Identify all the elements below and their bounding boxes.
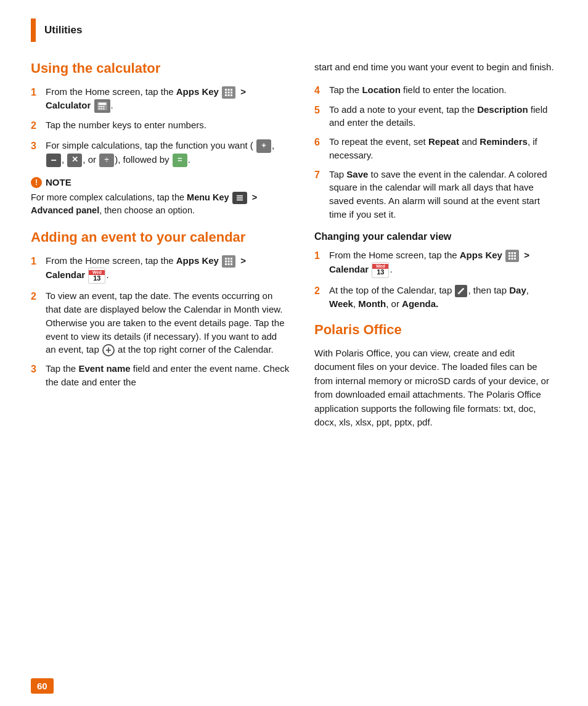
divide-icon: ÷ <box>99 154 114 167</box>
svg-rect-18 <box>237 197 243 199</box>
left-column: Using the calculator 1 From the Home scr… <box>31 60 290 430</box>
header-accent-bar <box>31 18 36 42</box>
note-icon: ! <box>31 177 42 188</box>
step-text: To view an event, tap the date. The even… <box>46 289 290 356</box>
svg-rect-16 <box>102 109 104 110</box>
polaris-section: Polaris Office With Polaris Office, you … <box>314 322 557 430</box>
pencil-icon <box>455 285 467 297</box>
calendar-steps: 1 From the Home screen, tap the Apps Key… <box>31 254 290 389</box>
step-text: Tap the Location field to enter the loca… <box>329 83 507 97</box>
minus-icon: − <box>46 154 61 167</box>
svg-rect-29 <box>508 252 510 254</box>
step-text: Tap Save to save the event in the calend… <box>329 168 557 221</box>
calc-step-2: 2 Tap the number keys to enter numbers. <box>31 118 290 133</box>
svg-rect-1 <box>228 89 230 91</box>
svg-rect-11 <box>98 106 100 107</box>
gt-symbol: > <box>240 86 246 97</box>
svg-rect-27 <box>228 263 230 265</box>
svg-rect-37 <box>514 258 516 260</box>
step-number: 3 <box>31 362 42 376</box>
add-event-icon: + <box>102 344 115 356</box>
step-text: To add a note to your event, tap the Des… <box>329 103 557 130</box>
step-number: 1 <box>314 248 325 263</box>
step-number: 6 <box>314 135 325 149</box>
calendar-app-icon: Wed 13 <box>88 268 105 284</box>
times-icon: ✕ <box>67 154 82 167</box>
calendar-section-title: Adding an event to your calendar <box>31 229 290 245</box>
calendar-step-1: 1 From the Home screen, tap the Apps Key… <box>31 254 290 284</box>
step-number: 5 <box>314 103 325 117</box>
step-text: From the Home screen, tap the Apps Key >… <box>46 254 290 284</box>
step-number: 7 <box>314 168 325 182</box>
calendar-day-num: 13 <box>377 269 384 276</box>
calc-step-1: 1 From the Home screen, tap the Apps Key… <box>31 85 290 113</box>
calendar-step-6: 6 To repeat the event, set Repeat and Re… <box>314 135 557 162</box>
menu-key-icon <box>232 192 247 204</box>
note-text: For more complex calculations, tap the M… <box>31 191 290 217</box>
step-number: 4 <box>314 83 325 97</box>
step-text: At the top of the Calendar, tap , then t… <box>329 284 557 311</box>
svg-rect-34 <box>514 255 516 257</box>
svg-rect-8 <box>231 94 232 96</box>
calendar-section: Adding an event to your calendar 1 From … <box>31 229 290 389</box>
calculator-title: Using the calculator <box>31 60 290 76</box>
apps-key-icon <box>505 250 519 262</box>
svg-rect-4 <box>228 92 230 94</box>
svg-rect-2 <box>231 89 232 91</box>
gt-symbol: > <box>524 250 529 260</box>
page-header: Utilities <box>31 18 557 42</box>
svg-rect-24 <box>228 261 230 263</box>
svg-rect-25 <box>231 261 232 263</box>
note-header: ! NOTE <box>31 177 290 188</box>
svg-rect-31 <box>514 252 516 254</box>
apps-key-icon <box>222 86 235 99</box>
note-label: NOTE <box>46 177 71 187</box>
step-number: 2 <box>314 284 325 298</box>
svg-rect-15 <box>100 109 102 110</box>
svg-rect-33 <box>512 255 513 257</box>
polaris-title: Polaris Office <box>314 322 557 338</box>
changing-view-section: Changing your calendar view 1 From the H… <box>314 231 557 311</box>
svg-marker-38 <box>458 288 465 295</box>
calendar-app-icon: Wed 13 <box>372 262 389 278</box>
calendar-steps-continued: 4 Tap the Location field to enter the lo… <box>314 83 557 221</box>
content-columns: Using the calculator 1 From the Home scr… <box>31 60 557 430</box>
note-box: ! NOTE For more complex calculations, ta… <box>31 177 290 217</box>
changing-view-title: Changing your calendar view <box>314 231 557 242</box>
svg-rect-0 <box>225 89 227 91</box>
step-number: 2 <box>31 118 42 133</box>
svg-rect-26 <box>225 263 227 265</box>
step-number: 1 <box>31 254 42 268</box>
svg-rect-22 <box>231 258 232 260</box>
page-number: 60 <box>31 678 54 694</box>
calculator-steps: 1 From the Home screen, tap the Apps Key… <box>31 85 290 166</box>
polaris-text: With Polaris Office, you can view, creat… <box>314 347 557 430</box>
step-text: Tap the number keys to enter numbers. <box>46 118 206 132</box>
svg-rect-14 <box>98 109 100 110</box>
svg-rect-13 <box>102 106 104 107</box>
step-number: 3 <box>31 139 42 153</box>
svg-rect-32 <box>508 255 510 257</box>
calculator-app-icon <box>94 99 110 113</box>
calculator-section: Using the calculator 1 From the Home scr… <box>31 60 290 217</box>
equals-icon: = <box>173 154 187 167</box>
change-view-step-1: 1 From the Home screen, tap the Apps Key… <box>314 248 557 278</box>
changing-view-steps: 1 From the Home screen, tap the Apps Key… <box>314 248 557 311</box>
svg-rect-35 <box>508 258 510 260</box>
gt-symbol: > <box>240 255 246 266</box>
plus-icon: + <box>256 139 271 153</box>
calendar-day-num: 13 <box>93 275 100 282</box>
calendar-step-5: 5 To add a note to your event, tap the D… <box>314 103 557 130</box>
calc-step-3: 3 For simple calculations, tap the funct… <box>31 139 290 167</box>
svg-rect-12 <box>100 106 102 107</box>
svg-rect-23 <box>225 261 227 263</box>
svg-rect-7 <box>228 94 230 96</box>
change-view-step-2: 2 At the top of the Calendar, tap , then… <box>314 284 557 311</box>
step-text: From the Home screen, tap the Apps Key >… <box>329 248 557 278</box>
svg-rect-6 <box>225 94 227 96</box>
svg-rect-30 <box>512 252 513 254</box>
svg-rect-36 <box>512 258 513 260</box>
svg-rect-19 <box>237 199 243 200</box>
apps-key-icon <box>222 255 235 268</box>
svg-rect-17 <box>237 195 243 197</box>
